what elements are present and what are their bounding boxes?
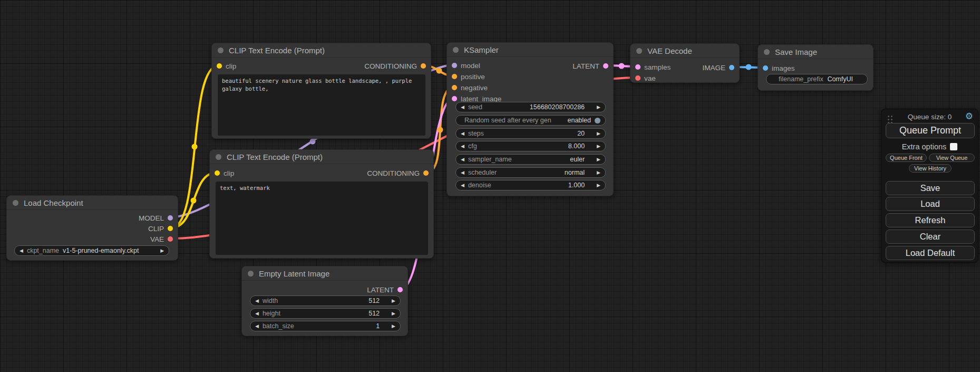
toggle-dot[interactable] — [595, 118, 600, 123]
load-default-button[interactable]: Load Default — [886, 246, 975, 260]
image-slot-dot[interactable] — [763, 65, 768, 71]
collapse-dot-icon[interactable] — [216, 154, 221, 160]
queue-front-button[interactable]: Queue Front — [886, 154, 927, 162]
model-slot-dot[interactable] — [452, 63, 457, 68]
seed-widget[interactable]: ◀ seed 156680208700286 ▶ — [455, 102, 606, 112]
output-slot-conditioning[interactable]: CONDITIONING — [367, 168, 429, 178]
node-clip-text-encode-positive[interactable]: CLIP Text Encode (Prompt) clip CONDITION… — [211, 43, 431, 139]
collapse-dot-icon[interactable] — [764, 49, 770, 55]
decrement-arrow-icon[interactable]: ◀ — [461, 157, 464, 162]
input-slot-samples[interactable]: samples — [635, 62, 671, 72]
decrement-arrow-icon[interactable]: ◀ — [461, 105, 464, 110]
decrement-arrow-icon[interactable]: ◀ — [461, 183, 464, 188]
decrement-arrow-icon[interactable]: ◀ — [461, 170, 464, 175]
input-slot-clip[interactable]: clip — [215, 168, 234, 178]
node-load-checkpoint[interactable]: Load Checkpoint MODEL CLIP VAE ◀ ckpt_na… — [6, 195, 178, 261]
output-slot-model[interactable]: MODEL — [139, 213, 173, 223]
cfg-widget[interactable]: ◀ cfg 8.000 ▶ — [455, 141, 606, 151]
collapse-dot-icon[interactable] — [453, 47, 459, 53]
increment-arrow-icon[interactable]: ▶ — [597, 144, 600, 149]
latent-slot-dot[interactable] — [603, 63, 608, 69]
decrement-arrow-icon[interactable]: ◀ — [461, 144, 464, 149]
increment-arrow-icon[interactable]: ▶ — [392, 311, 395, 316]
node-empty-latent-image[interactable]: Empty Latent Image LATENT ◀ width 512 ▶ … — [241, 266, 408, 336]
collapse-dot-icon[interactable] — [248, 271, 254, 276]
node-vae-decode[interactable]: VAE Decode samples vae IMAGE — [630, 43, 740, 83]
conditioning-slot-dot[interactable] — [452, 74, 457, 79]
input-slot-positive[interactable]: positive — [452, 71, 485, 82]
output-slot-image[interactable]: IMAGE — [702, 62, 734, 73]
conditioning-slot-dot[interactable] — [421, 63, 426, 69]
increment-arrow-icon[interactable]: ▶ — [160, 249, 164, 253]
input-slot-model[interactable]: model — [452, 60, 480, 71]
node-ksampler[interactable]: KSampler model positive negative latent_… — [447, 42, 614, 196]
node-save-image[interactable]: Save Image images filename_prefix ComfyU… — [758, 44, 874, 91]
increment-arrow-icon[interactable]: ▶ — [392, 299, 395, 303]
increment-arrow-icon[interactable]: ▶ — [597, 170, 600, 175]
prompt-textarea[interactable]: text, watermark — [216, 182, 428, 255]
node-graph-canvas[interactable]: Load Checkpoint MODEL CLIP VAE ◀ ckpt_na… — [0, 0, 980, 372]
collapse-dot-icon[interactable] — [636, 48, 642, 54]
increment-arrow-icon[interactable]: ▶ — [597, 157, 600, 162]
view-queue-button[interactable]: View Queue — [929, 154, 975, 162]
view-history-button[interactable]: View History — [909, 164, 952, 173]
latent-slot-dot[interactable] — [397, 287, 403, 292]
node-title-bar[interactable]: CLIP Text Encode (Prompt) — [212, 43, 431, 58]
clear-button[interactable]: Clear — [886, 230, 975, 244]
decrement-arrow-icon[interactable]: ◀ — [20, 249, 23, 253]
node-title-bar[interactable]: KSampler — [447, 43, 613, 57]
vae-slot-dot[interactable] — [168, 236, 173, 242]
decrement-arrow-icon[interactable]: ◀ — [461, 131, 464, 136]
image-slot-dot[interactable] — [729, 65, 734, 70]
save-button[interactable]: Save — [886, 181, 975, 195]
queue-prompt-button[interactable]: Queue Prompt — [886, 123, 975, 138]
output-slot-conditioning[interactable]: CONDITIONING — [364, 61, 426, 71]
conditioning-slot-dot[interactable] — [452, 85, 457, 90]
output-slot-clip[interactable]: CLIP — [148, 223, 173, 234]
conditioning-slot-dot[interactable] — [423, 170, 429, 176]
increment-arrow-icon[interactable]: ▶ — [597, 183, 600, 188]
collapse-dot-icon[interactable] — [218, 47, 224, 53]
decrement-arrow-icon[interactable]: ◀ — [255, 299, 259, 303]
clip-slot-dot[interactable] — [217, 63, 222, 69]
random-seed-toggle-widget[interactable]: Random seed after every gen enabled — [455, 115, 606, 126]
vae-slot-dot[interactable] — [635, 75, 641, 81]
input-slot-images[interactable]: images — [763, 63, 795, 73]
width-widget[interactable]: ◀ width 512 ▶ — [250, 295, 401, 306]
latent-slot-dot[interactable] — [452, 96, 457, 101]
height-widget[interactable]: ◀ height 512 ▶ — [250, 308, 401, 319]
collapse-dot-icon[interactable] — [13, 200, 18, 206]
refresh-button[interactable]: Refresh — [886, 213, 975, 227]
ckpt-name-widget[interactable]: ◀ ckpt_name v1-5-pruned-emaonly.ckpt ▶ — [14, 245, 169, 256]
output-slot-latent[interactable]: LATENT — [573, 61, 608, 71]
prompt-textarea[interactable]: beautiful scenery nature glass bottle la… — [218, 74, 425, 136]
model-slot-dot[interactable] — [168, 215, 173, 221]
clip-slot-dot[interactable] — [168, 226, 173, 231]
node-title-bar[interactable]: Save Image — [758, 45, 873, 59]
node-title-bar[interactable]: VAE Decode — [630, 44, 739, 58]
extra-options-checkbox[interactable] — [950, 143, 957, 150]
denoise-widget[interactable]: ◀ denoise 1.000 ▶ — [455, 180, 606, 190]
input-slot-clip[interactable]: clip — [217, 61, 236, 71]
output-slot-vae[interactable]: VAE — [150, 234, 173, 244]
scheduler-widget[interactable]: ◀ scheduler normal ▶ — [455, 167, 606, 178]
input-slot-vae[interactable]: vae — [635, 73, 656, 83]
clip-slot-dot[interactable] — [215, 170, 220, 176]
latent-slot-dot[interactable] — [635, 64, 641, 70]
batch-size-widget[interactable]: ◀ batch_size 1 ▶ — [250, 321, 401, 331]
node-title-bar[interactable]: Empty Latent Image — [242, 266, 407, 281]
load-button[interactable]: Load — [886, 197, 975, 211]
node-clip-text-encode-negative[interactable]: CLIP Text Encode (Prompt) clip CONDITION… — [209, 149, 434, 259]
node-title-bar[interactable]: Load Checkpoint — [7, 196, 178, 210]
steps-widget[interactable]: ◀ steps 20 ▶ — [455, 128, 606, 139]
input-slot-negative[interactable]: negative — [452, 82, 488, 93]
node-title-bar[interactable]: CLIP Text Encode (Prompt) — [210, 150, 433, 164]
sampler-name-widget[interactable]: ◀ sampler_name euler ▶ — [455, 154, 606, 165]
increment-arrow-icon[interactable]: ▶ — [392, 324, 395, 329]
increment-arrow-icon[interactable]: ▶ — [597, 131, 600, 136]
filename-prefix-widget[interactable]: filename_prefix ComfyUI — [766, 74, 868, 84]
increment-arrow-icon[interactable]: ▶ — [597, 105, 600, 110]
output-slot-latent[interactable]: LATENT — [367, 284, 403, 295]
decrement-arrow-icon[interactable]: ◀ — [255, 311, 259, 316]
settings-gear-icon[interactable]: ⚙ — [965, 111, 973, 122]
